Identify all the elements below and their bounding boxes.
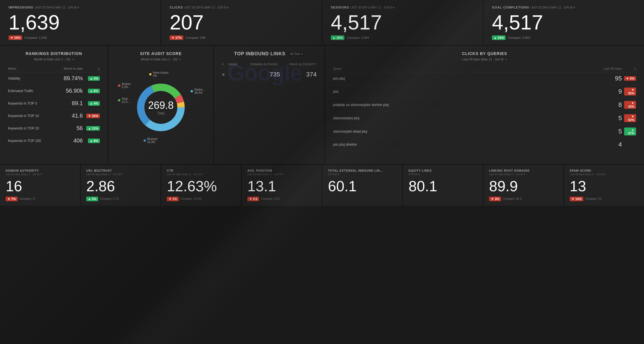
rankings-value-0: 89.74% <box>55 72 84 85</box>
bottom-compare-1: Compare: 2.73 <box>100 197 119 200</box>
metric-compare-0: Compare: 1,938 <box>24 36 47 39</box>
metric-compare-2: Compare: 3,944 <box>347 36 369 39</box>
metric-footer-2: ▲ 15% Compare: 3,944 <box>331 35 474 40</box>
bottom-sublabel-0[interactable]: Last 30 days (May 11 - Jun 9) ▾ <box>6 173 74 176</box>
bottom-footer-1: ▲ 5% Compare: 2.73 <box>86 197 155 201</box>
bottom-label-1: URL MOZTRUST <box>86 169 155 172</box>
rankings-distribution-panel: RANKINGS DISTRIBUTION Month to Date (Jun… <box>0 46 108 164</box>
bottom-card-3: AVG. POSITION Last 30 days (May 11 - Jun… <box>242 165 322 206</box>
table-row: ✕ 735 374 <box>221 68 318 81</box>
bottom-sublabel-6[interactable]: Last 30 days (May 11 - Jun 9) ▾ <box>489 173 558 176</box>
table-row: Visibility 89.74% ▲ 3% <box>7 72 101 85</box>
bottom-card-1: URL MOZTRUST Last 30 days (May 11 - Jun … <box>81 165 161 206</box>
bottom-footer-0: ▼ 7% Compare: 17 <box>6 197 74 201</box>
rankings-badge-2: ▲ 4% <box>84 97 101 110</box>
bottom-badge-6: ▼ 3% <box>489 197 501 201</box>
table-row: pss ptuj direktor 4 <box>332 138 637 151</box>
query-value-3: 5 <box>547 112 623 125</box>
inbound-col-page: PAGE AUTHORITY <box>281 61 318 68</box>
bottom-compare-2: Compare: 12.8% <box>180 197 202 200</box>
donut-center: 269.8 Total <box>148 99 174 115</box>
donut-container: Broken5.3% Heal...22.6... Have Issues4% <box>115 65 207 150</box>
top-metrics-row: IMPRESSIONS Last 30 days (May 11 - Jun 9… <box>0 0 644 46</box>
site-audit-title: SITE AUDIT SCORE <box>115 51 207 56</box>
query-badge-2: ▼ 43% <box>623 98 637 112</box>
metric-compare-3: Compare: 3,944 <box>508 36 530 39</box>
bottom-badge-0: ▼ 7% <box>6 197 18 201</box>
bottom-footer-6: ▼ 3% Compare: 92.6 <box>489 197 558 201</box>
bottom-footer-3: ▼ 0.6 Compare: 12.5 <box>247 197 316 201</box>
bottom-value-2: 12.63% <box>167 178 235 195</box>
query-value-5: 4 <box>547 138 623 151</box>
table-row: Keywords in TOP 3 89.1 ▲ 4% <box>7 97 101 110</box>
rankings-metric-2: Keywords in TOP 3 <box>7 97 55 110</box>
queries-subtitle[interactable]: Last 30 days (May 11 - Jun 9) ▾ <box>332 58 637 61</box>
bottom-sublabel-5[interactable]: All Time ▾ <box>409 173 477 176</box>
rankings-value-5: 406 <box>55 135 84 147</box>
metric-value-0: 1,639 <box>9 11 152 34</box>
query-value-0: 95 <box>547 72 623 85</box>
inbound-col-name: NAME <box>228 61 241 68</box>
bottom-badge-7: ▼ 14% <box>570 197 583 201</box>
bottom-label-2: CTR <box>167 169 235 172</box>
bottom-compare-0: Compare: 17 <box>19 197 36 200</box>
queries-table: Query Last 30 Days △ pss ptuj 95 ▼ 5% ps… <box>332 65 637 151</box>
donut-value: 269.8 <box>148 99 174 111</box>
rankings-subtitle[interactable]: Month to Date (Jun 1 - 10) ▾ <box>7 58 101 61</box>
metric-card-1: CLICKS Last 30 days (May 11 - Jun 9) ▾ 2… <box>161 0 322 45</box>
table-row: Keywords in TOP 100 406 ▲ 9% <box>7 135 101 147</box>
bottom-value-0: 16 <box>6 178 74 195</box>
inbound-table: # NAME DOMAIN AUTHORI... PAGE AUTHORITY … <box>221 61 318 81</box>
table-row: stanovanjski sklad ptuj 5 ▲ 67% <box>332 125 637 138</box>
all-time-badge[interactable]: All Time ▾ <box>288 52 304 56</box>
metric-badge-3: ▲ 15% <box>492 35 506 40</box>
donut-legend-bottom: Blocked31.8% <box>144 137 157 144</box>
rankings-metric-5: Keywords in TOP 100 <box>7 135 55 147</box>
metric-value-3: 4,517 <box>492 11 635 34</box>
queries-title: CLICKS BY QUERIES <box>332 51 637 56</box>
rankings-badge-4: ▲ 13% <box>84 122 101 135</box>
bottom-compare-3: Compare: 12.5 <box>261 197 279 200</box>
bottom-sublabel-3[interactable]: Last 30 days (May 11 - Jun 9) ▾ <box>247 173 316 176</box>
rankings-badge-0: ▲ 3% <box>84 72 101 85</box>
rankings-metric-0: Visibility <box>7 72 55 85</box>
site-audit-subtitle[interactable]: Month to Date (Jun 1 - 10) ▾ <box>115 58 207 61</box>
rankings-col-metric: Metric <box>7 65 55 72</box>
bottom-sublabel-2[interactable]: Last 30 days (May 11 - Jun 9) ▾ <box>167 173 235 176</box>
rankings-badge-3: ▼ 16% <box>84 110 101 122</box>
metric-footer-3: ▲ 15% Compare: 3,944 <box>492 35 635 40</box>
top-inbound-title: TOP INBOUND LINKS <box>234 51 285 56</box>
query-value-2: 8 <box>547 98 623 112</box>
query-badge-1: ▼ 25% <box>623 85 637 98</box>
donut-legend-top: Have Issues4% <box>149 71 169 78</box>
query-badge-4: ▲ 67% <box>623 125 637 138</box>
bottom-value-3: 13.1 <box>247 178 316 195</box>
metric-label-2: SESSIONS Last 30 days (May 11 - Jun 9) ▾ <box>331 6 474 9</box>
site-audit-panel: SITE AUDIT SCORE Month to Date (Jun 1 - … <box>108 46 213 164</box>
metric-footer-0: ▼ 15% Compare: 1,938 <box>9 35 152 40</box>
bottom-label-0: DOMAIN AUTHORITY <box>6 169 74 172</box>
query-badge-3: ▼ 62% <box>623 112 637 125</box>
bottom-sublabel-4[interactable]: All Time ▾ <box>328 173 397 176</box>
bottom-label-4: TOTAL EXTERNAL INBOUND LIN... <box>328 169 397 172</box>
bottom-compare-7: Compare: 15 <box>585 197 601 200</box>
query-name-3: stanovanjska ptuj <box>332 112 547 125</box>
bottom-card-6: LINKING ROOT DOMAINS Last 30 days (May 1… <box>483 165 563 206</box>
table-row: podjetje za stanovanjske storitve ptuj 8… <box>332 98 637 112</box>
query-name-2: podjetje za stanovanjske storitve ptuj <box>332 98 547 112</box>
bottom-sublabel-1[interactable]: Last 30 days (May 11 - Jun 9) ▾ <box>86 173 155 176</box>
bottom-label-6: LINKING ROOT DOMAINS <box>489 169 558 172</box>
query-name-5: pss ptuj direktor <box>332 138 547 151</box>
bottom-badge-1: ▲ 5% <box>86 197 98 201</box>
table-row: Estimated Traffic 56.90k ▲ 8% <box>7 85 101 97</box>
metric-card-2: SESSIONS Last 30 days (May 11 - Jun 9) ▾… <box>322 0 483 45</box>
query-value-4: 5 <box>547 125 623 138</box>
bottom-card-4: TOTAL EXTERNAL INBOUND LIN... All Time ▾… <box>322 165 402 206</box>
donut-label: Total <box>148 111 174 115</box>
donut-legend-right: Redire...36.4% <box>191 88 205 95</box>
query-name-4: stanovanjski sklad ptuj <box>332 125 547 138</box>
bottom-sublabel-7[interactable]: Last 30 days (May 11 - Jun 9) ▾ <box>570 173 638 176</box>
metric-label-3: GOAL COMPLETIONS Last 30 days (May 11 - … <box>492 6 635 9</box>
bottom-value-6: 89.9 <box>489 178 558 195</box>
rankings-value-4: 56 <box>55 122 84 135</box>
